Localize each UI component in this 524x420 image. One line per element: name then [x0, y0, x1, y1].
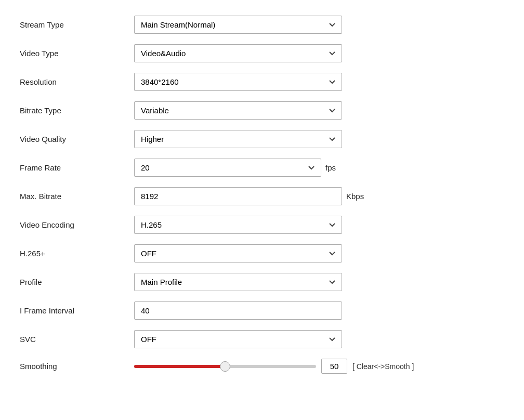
label-h265plus: H.265+: [16, 239, 130, 268]
label-video-type: Video Type: [16, 39, 130, 68]
label-video-quality: Video Quality: [16, 125, 130, 153]
label-resolution: Resolution: [16, 68, 130, 96]
row-smoothing: Smoothing[ Clear<->Smooth ]: [16, 353, 508, 379]
slider-wrapper: [134, 361, 316, 372]
select-video-encoding[interactable]: H.265H.264MJPEG: [134, 216, 342, 234]
field-cell-smoothing: [ Clear<->Smooth ]: [130, 353, 508, 379]
select-resolution[interactable]: 3840*21601920*10801280*720704*576: [134, 73, 342, 91]
select-stream-type[interactable]: Main Stream(Normal)Sub StreamThird Strea…: [134, 16, 342, 34]
field-cell-bitrate-type: VariableConstant: [130, 96, 508, 125]
label-frame-rate: Frame Rate: [16, 153, 130, 182]
row-stream-type: Stream TypeMain Stream(Normal)Sub Stream…: [16, 10, 508, 39]
select-svc[interactable]: OFFON: [134, 330, 342, 348]
field-cell-profile: Main ProfileHigh ProfileBaseline Profile: [130, 268, 508, 296]
label-video-encoding: Video Encoding: [16, 211, 130, 239]
label-profile: Profile: [16, 268, 130, 296]
select-profile[interactable]: Main ProfileHigh ProfileBaseline Profile: [134, 273, 342, 291]
settings-form: Stream TypeMain Stream(Normal)Sub Stream…: [16, 10, 508, 379]
smoothing-hint: [ Clear<->Smooth ]: [352, 362, 414, 371]
row-h265plus: H.265+OFFON: [16, 239, 508, 268]
field-cell-resolution: 3840*21601920*10801280*720704*576: [130, 68, 508, 96]
label-smoothing: Smoothing: [16, 353, 130, 379]
smoothing-value-input[interactable]: [321, 359, 347, 374]
row-profile: ProfileMain ProfileHigh ProfileBaseline …: [16, 268, 508, 296]
label-max-bitrate: Max. Bitrate: [16, 182, 130, 211]
label-stream-type: Stream Type: [16, 10, 130, 39]
smoothing-container: [ Clear<->Smooth ]: [134, 359, 414, 374]
row-i-frame-interval: I Frame Interval: [16, 296, 508, 325]
input-max-bitrate[interactable]: [134, 187, 342, 205]
field-cell-video-type: Video&AudioVideoAudio: [130, 39, 508, 68]
select-bitrate-type[interactable]: VariableConstant: [134, 101, 342, 120]
select-frame-rate[interactable]: 12458101215162025: [134, 159, 321, 177]
row-video-type: Video TypeVideo&AudioVideoAudio: [16, 39, 508, 68]
row-resolution: Resolution3840*21601920*10801280*720704*…: [16, 68, 508, 96]
label-i-frame-interval: I Frame Interval: [16, 296, 130, 325]
field-cell-video-quality: LowestLowerLowMediumHigherHighest: [130, 125, 508, 153]
field-cell-stream-type: Main Stream(Normal)Sub StreamThird Strea…: [130, 10, 508, 39]
field-cell-frame-rate: 12458101215162025fps: [130, 153, 508, 182]
field-cell-svc: OFFON: [130, 325, 508, 353]
select-video-quality[interactable]: LowestLowerLowMediumHigherHighest: [134, 130, 342, 148]
unit-max-bitrate: Kbps: [346, 192, 364, 201]
label-bitrate-type: Bitrate Type: [16, 96, 130, 125]
input-i-frame-interval[interactable]: [134, 301, 342, 320]
field-cell-max-bitrate: Kbps: [130, 182, 508, 211]
select-video-type[interactable]: Video&AudioVideoAudio: [134, 44, 342, 62]
row-frame-rate: Frame Rate12458101215162025fps: [16, 153, 508, 182]
field-cell-h265plus: OFFON: [130, 239, 508, 268]
row-max-bitrate: Max. BitrateKbps: [16, 182, 508, 211]
row-video-encoding: Video EncodingH.265H.264MJPEG: [16, 211, 508, 239]
row-bitrate-type: Bitrate TypeVariableConstant: [16, 96, 508, 125]
row-svc: SVCOFFON: [16, 325, 508, 353]
unit-frame-rate: fps: [325, 163, 336, 172]
row-video-quality: Video QualityLowestLowerLowMediumHigherH…: [16, 125, 508, 153]
field-cell-i-frame-interval: [130, 296, 508, 325]
field-cell-video-encoding: H.265H.264MJPEG: [130, 211, 508, 239]
select-h265plus[interactable]: OFFON: [134, 244, 342, 262]
label-svc: SVC: [16, 325, 130, 353]
